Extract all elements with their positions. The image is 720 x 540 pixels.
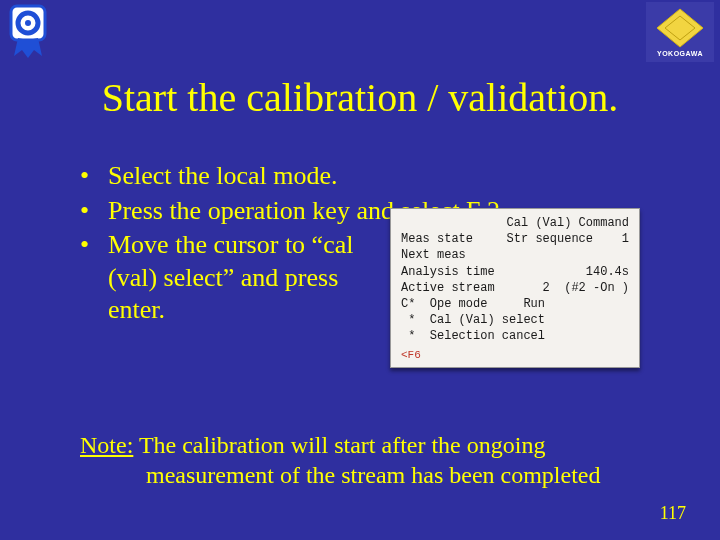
device-mode-row: * Selection cancel: [401, 328, 629, 344]
yokogawa-diamond-icon: [655, 7, 705, 49]
note-block: Note: The calibration will start after t…: [80, 430, 660, 490]
device-mode-row: * Cal (Val) select: [401, 312, 629, 328]
device-row: Active stream 2 (#2 -On ): [401, 280, 629, 296]
slide-title: Start the calibration / validation.: [0, 74, 720, 121]
device-row-value: 2 (#2 -On ): [543, 280, 629, 296]
note-label: Note:: [80, 432, 133, 458]
svg-point-2: [25, 20, 31, 26]
slide: YOKOGAWA Start the calibration / validat…: [0, 0, 720, 540]
device-footer: <F6: [401, 348, 629, 363]
yokogawa-brand-text: YOKOGAWA: [657, 50, 703, 57]
bullet-marker: •: [80, 229, 108, 262]
device-row: Analysis time 140.4s: [401, 264, 629, 280]
device-footer-left: <F6: [401, 348, 421, 363]
device-header: Cal (Val) Command: [401, 215, 629, 231]
device-row-label: Next meas: [401, 247, 466, 263]
bullet-marker: •: [80, 195, 108, 228]
bullet-text: Move the cursor to “cal (val) select” an…: [108, 229, 388, 327]
device-mode-row: C* Ope mode Run: [401, 296, 629, 312]
device-screen: Cal (Val) Command Meas state Str sequenc…: [390, 208, 640, 368]
device-row-value: Str sequence 1: [507, 231, 629, 247]
device-row-label: Analysis time: [401, 264, 495, 280]
svg-marker-3: [657, 9, 703, 47]
bullet-item: • Select the local mode.: [80, 160, 640, 193]
page-number: 117: [660, 503, 686, 524]
device-row-value: 140.4s: [586, 264, 629, 280]
device-row: Meas state Str sequence 1: [401, 231, 629, 247]
yokogawa-logo: YOKOGAWA: [646, 2, 714, 62]
device-row-label: Meas state: [401, 231, 473, 247]
device-row-label: Active stream: [401, 280, 495, 296]
note-line2: measurement of the stream has been compl…: [80, 460, 660, 490]
note-line1: The calibration will start after the ong…: [133, 432, 545, 458]
bullet-marker: •: [80, 160, 108, 193]
bullet-text: Select the local mode.: [108, 160, 640, 193]
certification-badge-icon: [6, 4, 50, 60]
device-header-right: Cal (Val) Command: [507, 215, 629, 231]
device-row: Next meas: [401, 247, 629, 263]
